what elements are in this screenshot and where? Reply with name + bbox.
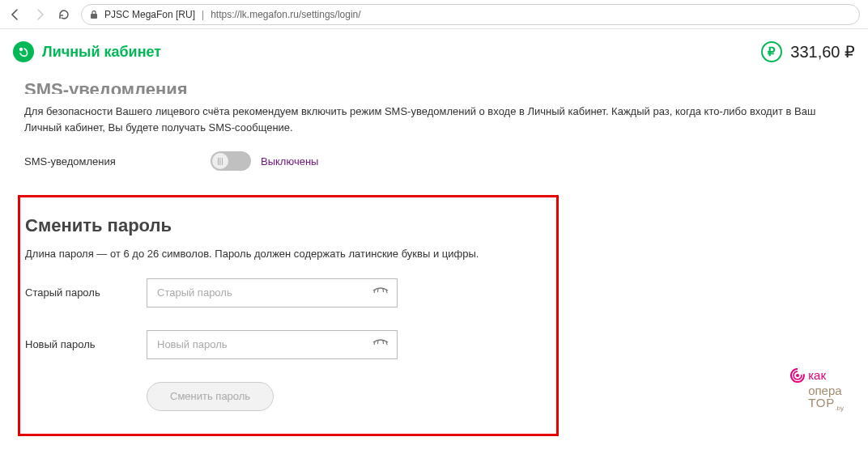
- sms-toggle-label: SMS-уведомления: [24, 155, 130, 168]
- reload-button[interactable]: [57, 7, 71, 22]
- svg-line-8: [383, 340, 384, 344]
- balance-display[interactable]: ₽ 331,60 ₽: [761, 41, 855, 62]
- ruble-icon: ₽: [761, 41, 782, 62]
- new-password-label: Новый пароль: [25, 338, 114, 350]
- back-button[interactable]: [8, 7, 23, 22]
- sms-section-description: Для безопасности Вашего лицевого счёта р…: [24, 104, 844, 135]
- sms-toggle[interactable]: |||: [211, 151, 251, 171]
- sms-toggle-wrap: ||| Выключены: [211, 151, 318, 171]
- old-password-row: Старый пароль: [25, 278, 547, 307]
- url-text: https://lk.megafon.ru/settings/login/: [211, 9, 360, 20]
- browser-toolbar: PJSC MegaFon [RU] | https://lk.megafon.r…: [0, 0, 868, 29]
- address-bar[interactable]: PJSC MegaFon [RU] | https://lk.megafon.r…: [81, 4, 860, 25]
- password-section-title: Сменить пароль: [25, 215, 547, 236]
- page-header: Личный кабинет ₽ 331,60 ₽: [0, 29, 868, 74]
- watermark-text-1: как: [808, 369, 826, 381]
- toggle-visibility-icon[interactable]: [372, 339, 389, 350]
- sms-toggle-state: Выключены: [261, 155, 318, 168]
- svg-rect-0: [91, 14, 97, 19]
- new-password-input[interactable]: [147, 330, 398, 359]
- balance-amount: 331,60 ₽: [790, 42, 855, 61]
- main-content: SMS-уведомления Для безопасности Вашего …: [0, 74, 868, 436]
- svg-point-10: [796, 374, 799, 377]
- watermark-suffix: .by: [835, 405, 844, 412]
- svg-line-3: [378, 288, 379, 292]
- password-section-description: Длина пароля — от 6 до 26 символов. Паро…: [25, 246, 547, 262]
- submit-row: Сменить пароль: [147, 382, 547, 411]
- watermark-icon: [789, 367, 806, 384]
- svg-line-4: [383, 288, 384, 292]
- svg-line-7: [378, 340, 379, 344]
- toggle-visibility-icon[interactable]: [372, 287, 389, 299]
- brand-logo-icon: [13, 41, 34, 62]
- change-password-section: Сменить пароль Длина пароля — от 6 до 26…: [18, 195, 559, 436]
- forward-button[interactable]: [32, 7, 47, 22]
- watermark-logo: как опера ТОР.by: [789, 367, 844, 412]
- old-password-label: Старый пароль: [25, 286, 114, 299]
- site-identity: PJSC MegaFon [RU]: [104, 9, 195, 20]
- sms-notifications-section: SMS-уведомления Для безопасности Вашего …: [24, 74, 844, 171]
- watermark-text-2b: ТОР: [808, 396, 835, 409]
- lock-icon: [90, 10, 98, 19]
- toggle-knob-icon: |||: [212, 153, 228, 169]
- new-password-row: Новый пароль: [25, 330, 547, 359]
- brand[interactable]: Личный кабинет: [13, 41, 161, 62]
- old-password-input[interactable]: [147, 278, 398, 307]
- url-separator: |: [202, 9, 204, 20]
- svg-point-1: [19, 48, 23, 51]
- brand-title: Личный кабинет: [42, 44, 161, 61]
- change-password-button[interactable]: Сменить пароль: [147, 382, 274, 411]
- sms-toggle-row: SMS-уведомления ||| Выключены: [24, 151, 844, 171]
- sms-section-title: SMS-уведомления: [24, 78, 844, 94]
